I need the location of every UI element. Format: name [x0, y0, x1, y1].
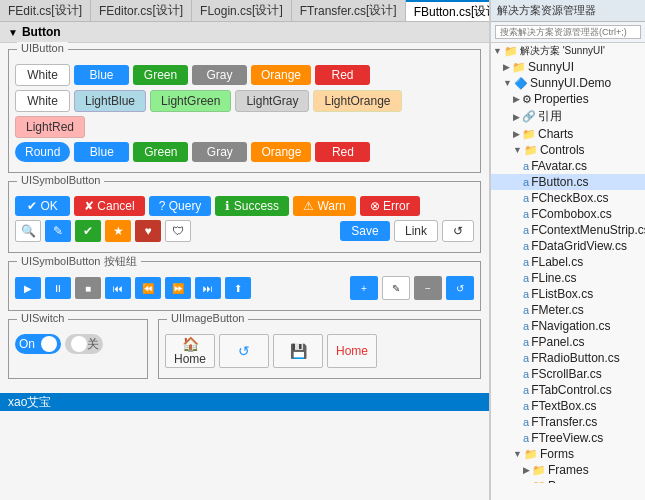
shield-symbol-btn[interactable]: 🛡 — [165, 220, 191, 242]
lightgray-button[interactable]: LightGray — [235, 90, 309, 112]
link-button[interactable]: Link — [394, 220, 438, 242]
tree-frames[interactable]: ▶ 📁 Frames — [491, 462, 645, 478]
stop-button[interactable]: ■ — [75, 277, 101, 299]
heart-symbol-btn[interactable]: ♥ — [135, 220, 161, 242]
round-button[interactable]: Round — [15, 142, 70, 162]
switch-on[interactable]: On — [15, 334, 61, 354]
play-button[interactable]: ▶ — [15, 277, 41, 299]
tree-forms[interactable]: ▼ 📁 Forms — [491, 446, 645, 462]
switch-off-knob — [71, 336, 87, 352]
error-button[interactable]: ⊗ Error — [360, 196, 420, 216]
ftabcontrol-icon: a — [523, 384, 529, 396]
home-label-2: Home — [336, 344, 368, 358]
lightblue-button[interactable]: LightBlue — [74, 90, 146, 112]
tree-fmeter[interactable]: a FMeter.cs — [491, 302, 645, 318]
tab-fbutton[interactable]: FButton.cs [设计] ✕ — [406, 0, 489, 21]
tree-fcontextmenustrip[interactable]: a FContextMenuStrip.cs — [491, 222, 645, 238]
switch-knob — [41, 336, 57, 352]
minus-icon-btn[interactable]: − — [414, 276, 442, 300]
tree-sunnyui[interactable]: ▶ 📁 SunnyUI — [491, 59, 645, 75]
refresh-imgbtn[interactable]: ↺ — [219, 334, 269, 368]
refresh-button[interactable]: ↺ — [442, 220, 474, 242]
orange-button[interactable]: Orange — [251, 65, 311, 85]
blue-button[interactable]: Blue — [74, 65, 129, 85]
home-imgbtn-1[interactable]: 🏠 Home — [165, 334, 215, 368]
pause-button[interactable]: ⏸ — [45, 277, 71, 299]
success-button[interactable]: ℹ Success — [215, 196, 289, 216]
warn-button[interactable]: ⚠ Warn — [293, 196, 356, 216]
tab-feditor[interactable]: FEditor.cs [设计] — [91, 0, 192, 21]
ftextbox-label: FTextBox.cs — [531, 399, 596, 413]
tree-fcheckbox[interactable]: a FCheckBox.cs — [491, 190, 645, 206]
tab-fedit[interactable]: FEdit.cs [设计] — [0, 0, 91, 21]
fast-fwd-button[interactable]: ⏩ — [165, 277, 191, 299]
gray-button-2[interactable]: Gray — [192, 142, 247, 162]
save-icon: 💾 — [290, 343, 307, 359]
tree-pages[interactable]: ▶ 📁 Pages — [491, 478, 645, 483]
lightred-button[interactable]: LightRed — [15, 116, 85, 138]
tree-fline[interactable]: a FLine.cs — [491, 270, 645, 286]
tree-ftreeview[interactable]: a FTreeView.cs — [491, 430, 645, 446]
skip-prev-button[interactable]: ⏮ — [105, 277, 131, 299]
tree-favatar[interactable]: a FAvatar.cs — [491, 158, 645, 174]
upload-button[interactable]: ⬆ — [225, 277, 251, 299]
tree-fradiobutton[interactable]: a FRadioButton.cs — [491, 350, 645, 366]
home-imgbtn-2[interactable]: Home — [327, 334, 377, 368]
tree-properties[interactable]: ▶ ⚙ Properties — [491, 91, 645, 107]
collapse-icon[interactable]: ▼ — [8, 27, 18, 38]
orange-button-2[interactable]: Orange — [251, 142, 311, 162]
fast-back-button[interactable]: ⏪ — [135, 277, 161, 299]
search-bar — [491, 22, 645, 43]
switch-off[interactable]: 关 — [65, 334, 103, 354]
search-input[interactable] — [495, 25, 641, 39]
lightorange-button[interactable]: LightOrange — [313, 90, 401, 112]
tree-fpanel[interactable]: a FPanel.cs — [491, 334, 645, 350]
tree-ftransfer[interactable]: a FTransfer.cs — [491, 414, 645, 430]
query-button[interactable]: ? Query — [149, 196, 212, 216]
edit-icon-btn[interactable]: ✎ — [382, 276, 410, 300]
save-button[interactable]: Save — [340, 221, 390, 241]
white-button[interactable]: White — [15, 64, 70, 86]
cancel-button[interactable]: ✘ Cancel — [74, 196, 145, 216]
tree-fbutton[interactable]: a FButton.cs — [491, 174, 645, 190]
search-symbol-btn[interactable]: 🔍 — [15, 220, 41, 242]
uisymbol-group2: UISymbolButton 按钮组 ▶ ⏸ ■ ⏮ ⏪ ⏩ ⏭ ⬆ + ✎ −… — [8, 261, 481, 311]
ftextbox-icon: a — [523, 400, 529, 412]
uiswitch-label: UISwitch — [17, 312, 68, 324]
green-button[interactable]: Green — [133, 65, 188, 85]
ok-button[interactable]: ✔ OK — [15, 196, 70, 216]
tree-flabel[interactable]: a FLabel.cs — [491, 254, 645, 270]
red-button-2[interactable]: Red — [315, 142, 370, 162]
tree-flistbox[interactable]: a FListBox.cs — [491, 286, 645, 302]
tab-flogin[interactable]: FLogin.cs [设计] — [192, 0, 292, 21]
home-icon-1: 🏠 — [182, 336, 199, 352]
tree-ftabcontrol[interactable]: a FTabControl.cs — [491, 382, 645, 398]
tree-controls[interactable]: ▼ 📁 Controls — [491, 142, 645, 158]
edit-symbol-btn[interactable]: ✎ — [45, 220, 71, 242]
expand-arrow-controls: ▼ — [513, 145, 522, 155]
tree-ftextbox[interactable]: a FTextBox.cs — [491, 398, 645, 414]
green-button-2[interactable]: Green — [133, 142, 188, 162]
red-button[interactable]: Red — [315, 65, 370, 85]
tree-solution[interactable]: ▼ 📁 解决方案 'SunnyUI' — [491, 43, 645, 59]
tree-charts[interactable]: ▶ 📁 Charts — [491, 126, 645, 142]
add-icon-btn[interactable]: + — [350, 276, 378, 300]
tree-fscrollbar[interactable]: a FScrollBar.cs — [491, 366, 645, 382]
tree-fdatagridview[interactable]: a FDataGridView.cs — [491, 238, 645, 254]
star-symbol-btn[interactable]: ★ — [105, 220, 131, 242]
tree-sunnydemo[interactable]: ▼ 🔷 SunnyUI.Demo — [491, 75, 645, 91]
skip-next-button[interactable]: ⏭ — [195, 277, 221, 299]
check-symbol-btn[interactable]: ✔ — [75, 220, 101, 242]
white-button-2[interactable]: White — [15, 90, 70, 112]
sync-icon-btn[interactable]: ↺ — [446, 276, 474, 300]
expand-arrow-pages: ▶ — [523, 481, 530, 483]
blue-button-2[interactable]: Blue — [74, 142, 129, 162]
tree-references[interactable]: ▶ 🔗 引用 — [491, 107, 645, 126]
tree-fcombobox[interactable]: a FCombobox.cs — [491, 206, 645, 222]
gray-button[interactable]: Gray — [192, 65, 247, 85]
controls-label: Controls — [540, 143, 585, 157]
tree-fnavigation[interactable]: a FNavigation.cs — [491, 318, 645, 334]
tab-ftransfer[interactable]: FTransfer.cs [设计] — [292, 0, 406, 21]
save-imgbtn[interactable]: 💾 — [273, 334, 323, 368]
lightgreen-button[interactable]: LightGreen — [150, 90, 231, 112]
